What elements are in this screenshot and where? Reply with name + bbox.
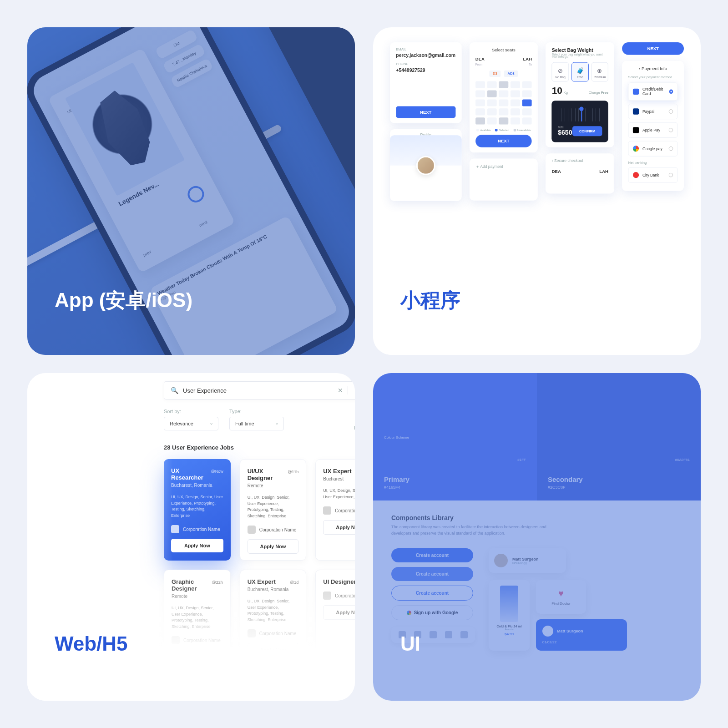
pay-option-apple[interactable]: Apple Pay	[628, 122, 678, 138]
clear-icon[interactable]: ✕	[338, 387, 343, 394]
google-signup-button[interactable]: Sign up with Google	[391, 605, 473, 620]
bag-weight-screen: Select Bag Weight Select your bag weight…	[546, 42, 614, 147]
secondary-swatch: #6A9F51 Secondary #2C3C8F	[537, 373, 701, 500]
bag-option-premium[interactable]: ⊕Premium	[591, 62, 608, 82]
prev-label: prev	[142, 249, 152, 258]
design-system-mockup: Colour Scheme #1FF Primary #4165F4 #6A9F…	[373, 373, 701, 701]
seat-select-screen: Select seats DEA LAH FromTo D3 AD3	[470, 42, 538, 153]
primary-swatch: Colour Scheme #1FF Primary #4165F4	[373, 373, 537, 500]
job-card[interactable]: UX Researcher@NowBucharest, RomaniaUI, U…	[164, 459, 231, 561]
apply-button[interactable]: Apply Now	[171, 539, 223, 552]
appointment-card[interactable]: Matt Surgeon 01/02/22	[536, 619, 627, 651]
checkout-screen: ‹ Secure checkout DEA LAH	[546, 153, 614, 193]
search-bar[interactable]: 🔍 User Experience ✕ 📍 Bu...	[164, 381, 355, 399]
contact-form-screen: EMAIL percy.jackson@gmail.com PHONE +544…	[390, 42, 461, 123]
pay-option-google[interactable]: Google pay	[628, 141, 678, 157]
doctor-list-item[interactable]: Matt SurgeonNeurology	[489, 548, 566, 573]
slider-thumb-icon[interactable]	[579, 107, 584, 111]
card-title-app: App (安卓/iOS)	[55, 287, 192, 314]
confirm-button[interactable]: CONFIRM	[572, 126, 602, 136]
next-button[interactable]: NEXT	[475, 135, 532, 148]
play-button-icon	[185, 183, 207, 205]
primary-button[interactable]: Create account	[391, 548, 473, 562]
category-card-miniapp[interactable]: EMAIL percy.jackson@gmail.com PHONE +544…	[373, 27, 701, 355]
heart-icon: ♥	[541, 588, 581, 599]
bag-option-free[interactable]: 🧳Free	[571, 62, 589, 82]
job-card[interactable]: UX Expert@1dBucharest, RomaniaUI, UX, De…	[240, 570, 307, 671]
apply-button[interactable]: Apply Now	[172, 650, 223, 664]
results-count: 28 User Experience Jobs	[164, 444, 355, 451]
primary-button-2[interactable]: Create account	[391, 567, 473, 581]
location-icon[interactable]: 📍	[353, 387, 355, 394]
album-art	[65, 62, 184, 196]
remote-toggle[interactable]: Remote only	[354, 425, 355, 430]
weight-slider: Total$650 CONFIRM	[552, 101, 608, 142]
find-doctor-card[interactable]: ♥ Find Doctor	[536, 580, 586, 614]
type-select[interactable]: Full time	[229, 417, 284, 430]
job-card[interactable]: UI/UX Designer@11hRemoteUI, UX, Design, …	[240, 459, 307, 561]
product-image	[500, 586, 518, 622]
user-icon[interactable]	[460, 631, 468, 638]
job-card[interactable]: UI DesignerCorporation NameApply Now	[315, 570, 355, 671]
pay-option-citybank[interactable]: City Bank	[628, 167, 678, 183]
payment-info-screen: ‹ Payment Info Select your payment metho…	[622, 61, 684, 191]
apply-button[interactable]: Apply Now	[248, 539, 299, 554]
search-input[interactable]: User Experience	[183, 387, 333, 394]
search-icon: 🔍	[171, 387, 178, 394]
next-label: next	[198, 219, 208, 228]
apply-button[interactable]: Apply Now	[248, 643, 299, 657]
sort-select[interactable]: Relevance	[164, 417, 218, 430]
pay-option-paypal[interactable]: Paypal	[628, 104, 678, 119]
card-title-miniapp: 小程序	[400, 287, 460, 314]
category-card-ui[interactable]: Colour Scheme #1FF Primary #4165F4 #6A9F…	[373, 373, 701, 701]
category-card-app[interactable]: LEGENDS NEVER DIE Legends Nev... prev ne…	[27, 27, 355, 355]
bag-option-none[interactable]: ⊘No Bag	[552, 62, 569, 82]
calendar-icon[interactable]	[430, 631, 437, 638]
pay-option-card[interactable]: Credit/Debit Card	[628, 82, 678, 101]
seat-grid	[475, 81, 532, 125]
outline-button[interactable]: Create account	[391, 586, 473, 601]
card-title-web: Web/H5	[55, 632, 128, 655]
avatar	[416, 156, 435, 175]
profile-screen: Profile	[390, 129, 461, 201]
next-button[interactable]: NEXT	[396, 106, 455, 118]
job-card[interactable]: UX ExpertBucharestUI, UX, Design, Senior…	[315, 459, 355, 561]
job-card[interactable]: Graphic Designer@22hRemoteUI, UX, Design…	[164, 570, 231, 671]
apply-button[interactable]: Apply Now	[323, 605, 355, 620]
avatar	[542, 626, 553, 637]
miniapp-mockups: EMAIL percy.jackson@gmail.com PHONE +544…	[390, 42, 684, 267]
add-payment-screen: ＋ Add payment	[470, 159, 538, 201]
components-heading: Components Library	[391, 514, 682, 521]
job-board-mockup: 🔍 User Experience ✕ 📍 Bu... Sort by: Rel…	[164, 381, 355, 671]
chat-icon[interactable]	[445, 631, 452, 638]
next-button-top[interactable]: NEXT	[622, 42, 684, 55]
card-title-ui: UI	[400, 632, 420, 655]
avatar	[494, 554, 508, 567]
apply-button[interactable]: Apply Now	[323, 520, 355, 535]
category-card-web[interactable]: 🔍 User Experience ✕ 📍 Bu... Sort by: Rel…	[27, 373, 355, 701]
product-card[interactable]: Cold & Flu 24 ml Aventis $4.99	[489, 580, 530, 651]
